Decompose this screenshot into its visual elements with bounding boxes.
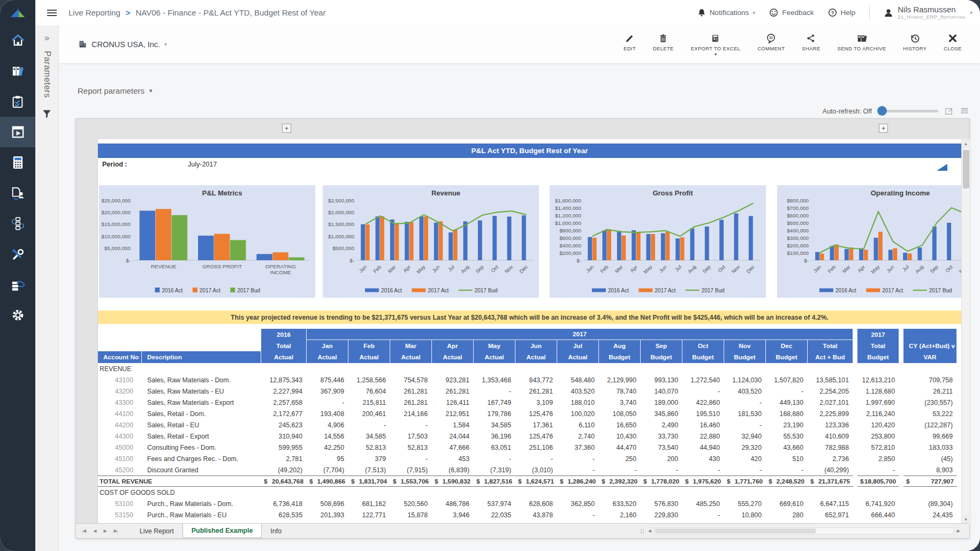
sidebar-item-home[interactable]: [0, 25, 35, 56]
cell: 34,585: [348, 431, 390, 442]
cell: 280: [766, 509, 808, 520]
table-row[interactable]: 44100Sales, Retail - Dom.2,172,677193,40…: [98, 408, 961, 419]
tab-nav-button-1[interactable]: ◀: [93, 529, 96, 533]
filter-funnel-icon[interactable]: [42, 109, 52, 121]
vertical-scrollbar[interactable]: ▲ ▼: [961, 139, 970, 524]
horizontal-scroll-track[interactable]: [654, 527, 954, 534]
sidebar-item-data-warehouse[interactable]: [0, 269, 35, 300]
table-row[interactable]: 53100Purch., Raw Materials - Dom.6,736,4…: [98, 498, 961, 509]
auto-refresh-slider-knob[interactable]: [877, 106, 887, 116]
table-row[interactable]: 44300Sales, Retail - Export310,94014,556…: [98, 431, 961, 442]
header-cell: Actual: [515, 351, 557, 363]
scroll-left-button[interactable]: ◀: [648, 529, 651, 533]
period-value[interactable]: July-2017: [188, 161, 217, 168]
feedback-button[interactable]: Feedback: [769, 8, 814, 17]
svg-text:$1,400,000: $1,400,000: [555, 205, 582, 211]
svg-text:2017 Bud: 2017 Bud: [929, 288, 952, 293]
company-name: CRONUS USA, Inc.: [92, 40, 160, 49]
sheet-tab-published-example[interactable]: Published Example: [183, 524, 262, 538]
excel-export-icon: X: [711, 33, 720, 43]
cell: 125,476: [515, 431, 557, 442]
sheet-tab-live-report[interactable]: Live Report: [131, 524, 183, 538]
tab-nav-button-0[interactable]: |◀: [82, 529, 86, 533]
cell: $2,392,320: [599, 475, 641, 487]
period-label: Period :: [102, 161, 127, 168]
horizontal-scroll-thumb[interactable]: [655, 529, 816, 533]
table-row[interactable]: 45100Fees and Charges Rec. - Dom.2,78195…: [98, 453, 961, 464]
cell: 3,740: [599, 397, 641, 408]
scrollbar-drag-handle[interactable]: ⁞⁞: [641, 528, 645, 534]
help-button[interactable]: ? Help: [828, 8, 856, 17]
table-row[interactable]: 44200Sales, Retail - EU245,6234,906--1,5…: [98, 419, 961, 431]
company-selector[interactable]: CRONUS USA, Inc. ▾: [78, 40, 167, 49]
total-row[interactable]: TOTAL REVENUE$20,643,768$1,490,866$1,831…: [98, 475, 961, 487]
svg-text:$25,000,000: $25,000,000: [102, 198, 131, 203]
cell: 45200: [98, 464, 142, 475]
report-action-toolbar: CRONUS USA, Inc. ▾ EDIT DELETE X EXPORT …: [59, 25, 980, 63]
scroll-right-button[interactable]: ▶: [957, 529, 960, 533]
table-row[interactable]: 45000Consulting Fees - Dom.599,95542,250…: [98, 442, 961, 453]
vertical-scroll-thumb[interactable]: [963, 150, 969, 188]
export-to-excel-button[interactable]: X EXPORT TO EXCEL ▾: [691, 33, 741, 56]
cell: $1,827,516: [474, 475, 515, 487]
history-button[interactable]: HISTORY: [903, 33, 926, 56]
auto-refresh-slider[interactable]: [878, 110, 938, 112]
sidebar-item-workflow[interactable]: [0, 208, 35, 239]
sheet-tab-info[interactable]: Info: [262, 524, 290, 538]
scroll-up-button[interactable]: ▲: [962, 139, 970, 148]
sidebar-item-live-reporting[interactable]: [0, 117, 35, 147]
table-row[interactable]: 45200Discount Granted(49,202)(7,704)(7,5…: [98, 464, 961, 475]
cell: $1,590,832: [432, 475, 474, 487]
tab-nav-button-2[interactable]: ▶: [103, 529, 106, 533]
user-chevron-down-icon[interactable]: ▾: [970, 10, 973, 16]
cell: $1,286,240: [557, 475, 599, 487]
share-button[interactable]: SHARE: [802, 33, 820, 56]
delete-button[interactable]: DELETE: [653, 33, 674, 56]
report-parameters-toggle[interactable]: Report parameters ▾: [78, 86, 153, 95]
close-button[interactable]: CLOSE: [944, 33, 962, 56]
table-row[interactable]: 43300Sales, Raw Materials - Export2,257,…: [98, 397, 961, 408]
sidebar-item-administration[interactable]: [0, 239, 35, 269]
sidebar-item-settings[interactable]: [0, 300, 35, 330]
app-window: » Parameters Live Reporting > NAV06 - Fi…: [0, 0, 980, 551]
svg-text:2016 Act: 2016 Act: [835, 288, 856, 293]
app-logo[interactable]: [0, 0, 35, 25]
svg-text:2017 Bud: 2017 Bud: [475, 288, 498, 293]
breadcrumb-section[interactable]: Live Reporting: [69, 8, 120, 17]
svg-text:$-: $-: [126, 258, 131, 263]
parameters-panel-label[interactable]: Parameters: [42, 51, 52, 98]
user-menu[interactable]: Nils Rasmussen 21_Hybrid_ERP_Reporting ▾: [884, 5, 973, 20]
help-icon: ?: [828, 8, 837, 17]
send-to-archive-button[interactable]: SEND TO ARCHIVE: [838, 33, 886, 56]
edit-button[interactable]: EDIT: [624, 33, 636, 56]
cell: 245,623: [261, 419, 307, 431]
table-row[interactable]: 43100Sales, Raw Materials - Dom.12,875,3…: [98, 374, 961, 386]
sidebar-item-budgeting[interactable]: [0, 147, 35, 178]
tab-nav-button-3[interactable]: ▶|: [114, 529, 117, 533]
sidebar-item-tasks[interactable]: [0, 86, 35, 117]
cell: 2,257,658: [261, 397, 307, 408]
column-group-expand-button-2[interactable]: +: [879, 124, 888, 133]
section-row[interactable]: COST OF GOODS SOLD: [98, 487, 961, 498]
expand-parameters-icon[interactable]: »: [44, 33, 49, 43]
section-row[interactable]: REVENUE: [98, 363, 961, 374]
bell-icon: [697, 8, 706, 17]
svg-text:$20,000,000: $20,000,000: [102, 209, 131, 215]
sidebar-item-reports[interactable]: [0, 56, 35, 86]
table-row[interactable]: 43200Sales, Raw Materials - EU2,227,9943…: [98, 386, 961, 397]
header-cell: Budget: [766, 351, 808, 363]
hamburger-menu-icon[interactable]: [47, 8, 57, 18]
cell: 42,250: [307, 442, 348, 453]
maximize-icon[interactable]: [945, 107, 954, 116]
table-row[interactable]: 53150Purch., Raw Materials - EU628,53520…: [98, 509, 961, 520]
cell: 6,110: [557, 419, 599, 431]
grid-view-icon[interactable]: [960, 107, 969, 116]
column-group-expand-button[interactable]: +: [282, 124, 291, 133]
sidebar-item-data-entry[interactable]: [0, 178, 35, 208]
svg-text:$600,000: $600,000: [559, 235, 581, 241]
notifications-button[interactable]: Notifications ▾: [697, 8, 756, 17]
comment-button[interactable]: COMMENT: [757, 33, 785, 56]
cell: (6,839): [432, 464, 474, 475]
cell: -: [557, 453, 599, 464]
cell: -: [307, 397, 348, 408]
